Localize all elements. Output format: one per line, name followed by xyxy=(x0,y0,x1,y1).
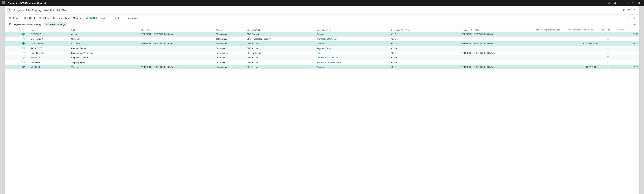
col-integration-table-filter[interactable]: Integration Table Filter xyxy=(460,27,534,32)
cell-coupled-rec[interactable] xyxy=(600,37,617,41)
filter-pane-icon[interactable] xyxy=(626,15,631,20)
col-table[interactable]: Table xyxy=(70,27,140,32)
user-avatar[interactable]: IK xyxy=(636,0,642,6)
app-launcher-icon[interactable] xyxy=(2,1,5,4)
cell-table[interactable]: Vendor xyxy=(70,65,140,69)
edit-list-action[interactable]: Edit List xyxy=(22,16,36,20)
col-direction[interactable]: Direction xyxy=(215,27,245,32)
cell-table-config-template[interactable] xyxy=(535,46,567,51)
table-row[interactable]: CURRENCYCurrencyToIntegrati...CDS Transa… xyxy=(5,37,639,41)
col-coupled-rec[interactable]: Cou... Rec... xyxy=(600,27,617,32)
cell-synch-filter[interactable] xyxy=(617,51,639,55)
cell-table-filter[interactable]: VERSION(1) SORTING(Field1) W... xyxy=(140,41,214,46)
cell-int-tbl-config-template[interactable]: CDSVENDOR xyxy=(567,65,600,69)
cell-integration-field-type[interactable]: GUID xyxy=(390,65,460,69)
cell-table-filter[interactable]: VERSION(1) SORTING(Field1) W... xyxy=(140,32,214,37)
cell-synch-filter[interactable] xyxy=(617,55,639,60)
table-row[interactable]: SHIPPING ...Shipping AgentFromIntegr...C… xyxy=(5,60,639,65)
table-row[interactable]: SHIPMENT ...Shipment MethodFromIntegr...… xyxy=(5,55,639,60)
cell-direction[interactable]: Bidirectional xyxy=(215,32,245,37)
col-select-all[interactable] xyxy=(17,27,30,32)
cell-integration-table-filter[interactable]: VERSION(1) SORTING(Field1) W... xyxy=(460,65,534,69)
cell-name[interactable]: SHIPMENT ... xyxy=(30,55,70,60)
cell-name[interactable]: VENDOR⋮ xyxy=(30,65,70,69)
open-external-icon[interactable] xyxy=(626,8,632,13)
cell-table[interactable]: Customer xyxy=(70,41,140,46)
cell-table[interactable]: Shipment Method xyxy=(70,55,140,60)
cell-integration-table-filter[interactable]: VERSION(1) SORTING(Field1) W... xyxy=(460,41,534,46)
help-icon[interactable] xyxy=(630,0,636,6)
row-more-icon[interactable]: ⋮ xyxy=(40,66,42,68)
cell-integration-table-filter[interactable] xyxy=(460,37,534,41)
cell-integration-table[interactable]: CDS Systemuser xyxy=(245,51,315,55)
cell-direction[interactable]: Bidirectional xyxy=(215,65,245,69)
cell-coupled-rec[interactable] xyxy=(600,32,617,37)
cell-integration-field[interactable]: Account xyxy=(316,65,390,69)
cell-integration-field-type[interactable]: GUID xyxy=(390,41,460,46)
cell-table-filter[interactable] xyxy=(140,46,214,51)
cell-integration-field[interactable]: Contact xyxy=(316,32,390,37)
cell-table-filter[interactable] xyxy=(140,37,214,41)
cell-table-config-template[interactable] xyxy=(535,55,567,60)
table-row[interactable]: CONTACTContactVERSION(1) SORTING(Field1)… xyxy=(5,32,639,37)
col-integration-field[interactable]: Integration Field xyxy=(316,27,390,32)
cell-direction[interactable]: FromIntegr... xyxy=(215,55,245,60)
cell-table-filter[interactable] xyxy=(140,51,214,55)
cell-integration-field-type[interactable]: GUID xyxy=(390,32,460,37)
cell-integration-field[interactable]: User xyxy=(316,51,390,55)
cell-name[interactable]: SHIPPING ... xyxy=(30,60,70,65)
cell-synch-filter[interactable] xyxy=(617,60,639,65)
cell-table-config-template[interactable] xyxy=(535,51,567,55)
cell-synch-filter[interactable]: 8/19/ xyxy=(617,32,639,37)
cell-integration-field[interactable]: Address 1: Shipping Method xyxy=(316,60,390,65)
table-row[interactable]: CUSTOMERCustomerVERSION(1) SORTING(Field… xyxy=(5,41,639,46)
cell-integration-table[interactable]: CDS Account xyxy=(245,60,315,65)
page-menu[interactable]: Page xyxy=(99,16,108,20)
cell-table[interactable]: Payment Terms xyxy=(70,46,140,51)
cell-coupled-rec[interactable] xyxy=(600,65,617,69)
row-select[interactable] xyxy=(17,65,30,69)
row-select[interactable] xyxy=(17,55,30,60)
cell-direction[interactable]: FromIntegr... xyxy=(215,60,245,65)
table-row[interactable]: →VENDOR⋮VendorVERSION(1) SORTING(Field1)… xyxy=(5,65,639,69)
cell-synch-filter[interactable]: 8/19/ xyxy=(617,41,639,46)
cell-integration-field-type[interactable]: GUID xyxy=(390,37,460,41)
cell-synch-filter[interactable] xyxy=(617,37,639,41)
row-select[interactable] xyxy=(17,46,30,51)
notifications-icon[interactable] xyxy=(612,0,618,6)
search-global-icon[interactable] xyxy=(606,0,612,6)
cell-coupled-rec[interactable] xyxy=(600,60,617,65)
gear-icon[interactable] xyxy=(624,0,630,6)
col-int-tbl-config-template[interactable]: Int. Tbl. Config Template Code xyxy=(567,27,600,32)
cell-direction[interactable]: ToIntegrati... xyxy=(215,37,245,41)
related-menu[interactable]: Related xyxy=(112,16,123,20)
row-select[interactable] xyxy=(17,32,30,37)
cell-integration-table-filter[interactable] xyxy=(460,46,534,51)
bookmark-icon[interactable] xyxy=(622,8,626,13)
row-select[interactable] xyxy=(17,41,30,46)
cell-synch-filter[interactable] xyxy=(617,46,639,51)
synchronization-menu[interactable]: Synchronization xyxy=(52,16,70,20)
cell-int-tbl-config-template[interactable] xyxy=(567,55,600,60)
cell-name[interactable]: PAYMENT T... xyxy=(30,46,70,51)
cell-integration-field-type[interactable]: Option xyxy=(390,60,460,65)
cell-name[interactable]: CURRENCY xyxy=(30,37,70,41)
cell-int-tbl-config-template[interactable] xyxy=(567,60,600,65)
cell-table-filter[interactable]: VERSION(1) SORTING(Field1) W... xyxy=(140,65,214,69)
cell-table-config-template[interactable] xyxy=(535,37,567,41)
cell-table-config-template[interactable] xyxy=(535,41,567,46)
collapse-icon[interactable] xyxy=(632,8,636,13)
row-select[interactable] xyxy=(17,60,30,65)
cell-table-filter[interactable] xyxy=(140,55,214,60)
cell-integration-table[interactable]: CDS Account xyxy=(245,65,315,69)
cell-integration-field-type[interactable]: Option xyxy=(390,46,460,51)
cell-integration-table[interactable]: CDS Account xyxy=(245,41,315,46)
delete-couplings-action[interactable]: Delete Couplings xyxy=(44,22,67,26)
cell-int-tbl-config-template[interactable] xyxy=(567,32,600,37)
list-view-icon[interactable] xyxy=(632,15,636,20)
cell-int-tbl-config-template[interactable] xyxy=(567,46,600,51)
cell-coupled-rec[interactable] xyxy=(600,55,617,60)
col-synch-filter[interactable]: Synch. Filter xyxy=(617,27,639,32)
delete-action[interactable]: Delete xyxy=(38,16,50,20)
col-integration-table[interactable]: Integration Table xyxy=(245,27,315,32)
